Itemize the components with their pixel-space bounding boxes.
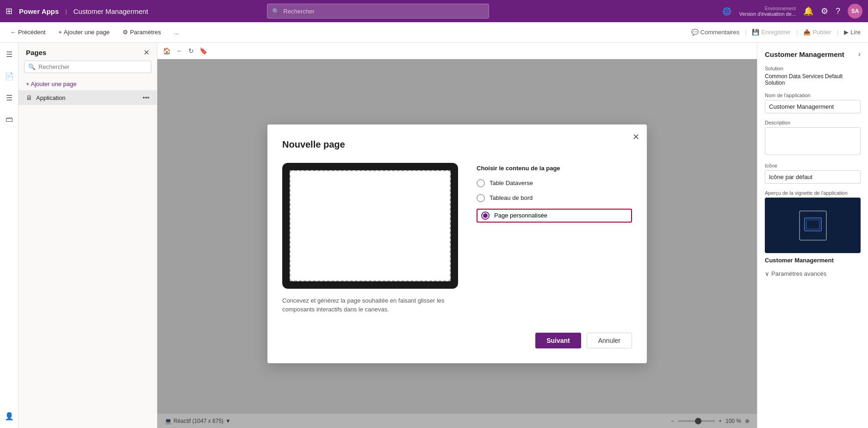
user-icon[interactable]: 👤	[2, 409, 17, 423]
add-page-label: + Ajouter une page	[26, 81, 77, 87]
toolbar-divider: |	[745, 29, 746, 36]
top-nav-right: 🌐 Environnement Version d'évaluation de.…	[722, 4, 862, 19]
grid-icon[interactable]: ⊞	[6, 6, 12, 16]
expand-icon[interactable]: ›	[858, 50, 861, 58]
option-table-label: Table Dataverse	[490, 180, 533, 186]
svg-rect-1	[806, 220, 819, 229]
play-button[interactable]: ▶ Lire	[844, 29, 861, 36]
refresh-icon[interactable]: ↻	[188, 47, 194, 55]
add-page-button[interactable]: + Ajouter une page	[56, 27, 112, 37]
app-name-input[interactable]	[765, 100, 861, 113]
icon-select[interactable]: Icône par défaut	[765, 170, 861, 184]
settings-icon[interactable]: ⚙	[821, 6, 828, 16]
radio-custom-fill	[483, 213, 488, 218]
pages-search[interactable]: 🔍	[24, 61, 151, 73]
modal-title: Nouvelle page	[282, 139, 632, 150]
toolbar: ← Précédent + Ajouter une page ⚙ Paramèt…	[0, 22, 868, 43]
right-panel: Customer Managerment › Solution Common D…	[757, 43, 868, 428]
page-item-application[interactable]: 🖥 Application •••	[19, 90, 157, 105]
pages-header: Pages ✕	[19, 43, 157, 61]
avatar[interactable]: SA	[848, 4, 862, 19]
pages-title: Pages	[26, 49, 46, 56]
notifications-icon[interactable]: 🔔	[803, 6, 813, 16]
search-input[interactable]	[283, 8, 484, 15]
option-dashboard-label: Tableau de bord	[490, 194, 533, 201]
search-icon: 🔍	[272, 8, 279, 15]
more-button[interactable]: ...	[171, 27, 182, 37]
save-button[interactable]: 💾 Enregistrer	[752, 29, 791, 36]
option-tableau-de-bord[interactable]: Tableau de bord	[477, 194, 632, 202]
back-canvas-icon[interactable]: ←	[176, 47, 183, 55]
page-item-icon: 🖥	[26, 94, 32, 101]
environment-icon: 🌐	[722, 7, 732, 16]
icon-section: Icône Icône par défaut	[765, 163, 861, 184]
search-icon: 🔍	[28, 63, 36, 70]
search-bar[interactable]: 🔍	[267, 4, 489, 19]
nav-separator: |	[65, 8, 67, 15]
tablet-preview	[282, 163, 458, 289]
toolbar-divider3: |	[837, 29, 838, 36]
hamburger-icon[interactable]: ☰	[3, 47, 15, 62]
back-button[interactable]: ← Précédent	[7, 27, 48, 37]
save-icon: 💾	[752, 29, 759, 36]
back-icon: ←	[10, 29, 16, 36]
settings-button[interactable]: ⚙ Paramètres	[120, 27, 164, 37]
modal-options-area: Choisir le contenu de la page Table Data…	[477, 163, 632, 314]
description-textarea[interactable]	[765, 127, 861, 155]
bookmark-icon[interactable]: 🔖	[199, 47, 207, 55]
hierarchy-icon[interactable]: ☰	[3, 91, 15, 105]
comments-button[interactable]: 💬 Commentaires	[691, 29, 740, 36]
pages-search-input[interactable]	[38, 63, 147, 70]
suivant-button[interactable]: Suivant	[535, 333, 581, 348]
preview-icon	[799, 211, 827, 241]
brand-label: Power Apps	[19, 7, 59, 15]
modal-description: Concevez et générez la page souhaitée en…	[282, 296, 458, 314]
modal-close-button[interactable]: ✕	[632, 132, 639, 142]
main-layout: ☰ 📄 ☰ 🗃 👤 Pages ✕ 🔍 + Ajouter une page 🖥…	[0, 43, 868, 428]
home-icon[interactable]: 🏠	[163, 47, 171, 55]
right-panel-header: Customer Managerment ›	[765, 50, 861, 58]
database-icon[interactable]: 🗃	[3, 112, 16, 126]
advanced-settings-toggle[interactable]: ∨ Paramètres avancés	[765, 270, 861, 277]
modal-footer: Suivant Annuler	[282, 333, 632, 348]
modal-body: Concevez et générez la page souhaitée en…	[282, 163, 632, 314]
help-icon[interactable]: ?	[836, 6, 840, 16]
option-page-personnalisee[interactable]: Page personnalisée	[477, 209, 632, 223]
publish-icon: 📤	[803, 29, 811, 36]
radio-dashboard[interactable]	[477, 194, 485, 202]
canvas-area: 🏠 ← ↻ 🔖 Nouvelle page ✕ Concevez et géné…	[157, 43, 757, 428]
preview-label: Aperçu de la vignette de l'application	[765, 190, 861, 196]
annuler-button[interactable]: Annuler	[587, 333, 632, 348]
play-icon: ▶	[844, 29, 849, 36]
app-preview-thumbnail	[765, 198, 861, 253]
preview-app-name: Customer Managerment	[765, 257, 861, 264]
radio-table[interactable]	[477, 179, 485, 187]
top-navigation: ⊞ Power Apps | Customer Managerment 🔍 🌐 …	[0, 0, 868, 22]
modal-options-title: Choisir le contenu de la page	[477, 165, 632, 172]
app-name-label: Customer Managerment	[74, 7, 149, 15]
icon-select-wrapper: Icône par défaut	[765, 170, 861, 184]
preview-section: Aperçu de la vignette de l'application C…	[765, 190, 861, 264]
close-icon[interactable]: ✕	[143, 48, 149, 57]
description-section: Description	[765, 120, 861, 156]
canvas-top-bar: 🏠 ← ↻ 🔖	[157, 43, 757, 59]
app-name-section: Nom de l'application	[765, 93, 861, 113]
radio-custom[interactable]	[481, 211, 490, 220]
chevron-down-icon: ∨	[765, 270, 769, 277]
page-item-label: Application	[36, 94, 139, 101]
add-icon: +	[58, 29, 62, 36]
environment-info[interactable]: Environnement Version d'évaluation de...	[739, 6, 796, 17]
env-value: Version d'évaluation de...	[739, 11, 796, 17]
page-icon[interactable]: 📄	[2, 69, 17, 83]
right-panel-title: Customer Managerment	[765, 50, 844, 58]
tablet-screen	[290, 170, 451, 281]
nouvelle-page-modal: Nouvelle page ✕ Concevez et générez la p…	[267, 124, 647, 363]
solution-label: Solution	[765, 66, 861, 71]
option-table-dataverse[interactable]: Table Dataverse	[477, 179, 632, 187]
toolbar-divider2: |	[796, 29, 798, 36]
left-sidebar: ☰ 📄 ☰ 🗃 👤	[0, 43, 19, 428]
publish-button[interactable]: 📤 Publier	[803, 29, 831, 36]
env-label: Environnement	[765, 6, 796, 11]
add-page-item[interactable]: + Ajouter une page	[19, 78, 157, 90]
page-item-more-icon[interactable]: •••	[143, 94, 149, 101]
